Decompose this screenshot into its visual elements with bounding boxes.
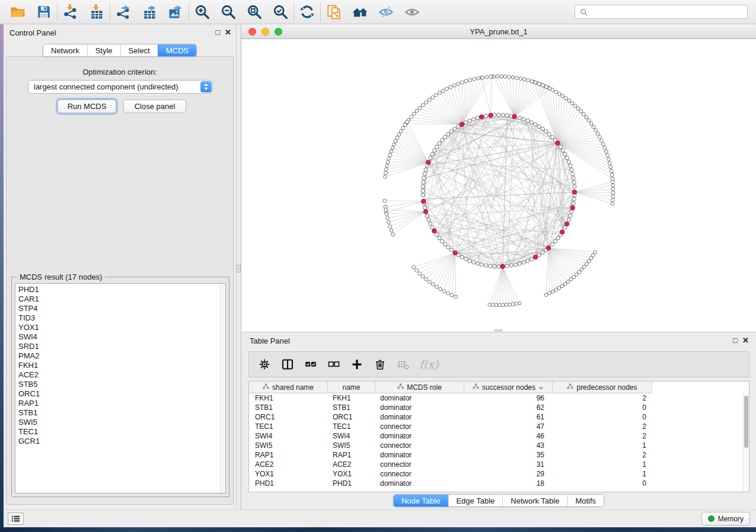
mcds-result-item[interactable]: FKH1 [18, 361, 218, 370]
import-network-icon[interactable] [62, 3, 79, 21]
mcds-result-item[interactable]: RAP1 [18, 399, 218, 408]
table-row[interactable]: SWI4SWI4dominator462 [249, 431, 749, 441]
list-icon [11, 514, 20, 523]
vertical-splitter-handle[interactable] [236, 265, 241, 273]
float-panel-icon[interactable]: □ [733, 336, 738, 345]
deselect-all-checks-icon[interactable] [327, 357, 341, 371]
column-header-successor-nodes[interactable]: successor nodes [464, 382, 553, 393]
table-scrollbar[interactable] [743, 393, 749, 492]
tab-style[interactable]: Style [87, 44, 120, 56]
zoom-fit-icon[interactable] [245, 3, 263, 21]
add-column-icon[interactable] [350, 357, 364, 371]
mcds-result-item[interactable]: ORC1 [18, 389, 218, 399]
show-all-icon[interactable] [403, 3, 421, 21]
column-header-shared-name[interactable]: shared name [249, 382, 328, 393]
mcds-result-item[interactable]: PMA2 [18, 351, 218, 361]
open-file-icon[interactable] [9, 3, 27, 21]
first-neighbors-icon[interactable] [351, 3, 369, 21]
search-input[interactable] [591, 6, 745, 18]
zoom-in-icon[interactable] [193, 3, 211, 21]
table-tab-node-table[interactable]: Node Table [394, 495, 448, 507]
memory-button[interactable]: Memory [701, 512, 750, 525]
table-row[interactable]: TEC1TEC1connector472 [249, 422, 749, 431]
optimization-criterion-select[interactable]: largest connected component (undirected) [28, 80, 213, 94]
tab-network[interactable]: Network [43, 44, 87, 56]
mcds-result-item[interactable]: GCR1 [18, 437, 218, 446]
table-row[interactable]: RAP1RAP1dominator352 [249, 450, 749, 460]
node-table: shared namenameMCDS rolesuccessor nodesp… [248, 381, 749, 492]
control-panel-header: Control Panel □ ✕ [4, 24, 236, 41]
function-builder-icon: f(x) [419, 358, 439, 371]
column-header-predecessor-nodes[interactable]: predecessor nodes [553, 382, 652, 393]
table-scrollbar-thumb[interactable] [744, 396, 748, 448]
table-panel-title: Table Panel [250, 336, 290, 345]
network-column-icon [263, 383, 269, 392]
mcds-result-item[interactable]: TID3 [18, 313, 218, 323]
mcds-list-scrollbar[interactable] [220, 284, 225, 493]
mcds-result-item[interactable]: SRD1 [18, 342, 218, 351]
close-panel-button[interactable]: Close panel [123, 100, 186, 113]
run-mcds-button[interactable]: Run MCDS [58, 100, 116, 113]
table-row[interactable]: STB1STB1dominator620 [249, 403, 749, 412]
application-window: Control Panel □ ✕ NetworkStyleSelectMCDS… [0, 0, 756, 532]
close-panel-icon[interactable]: ✕ [742, 336, 749, 345]
close-panel-icon[interactable]: ✕ [225, 28, 231, 37]
table-panel: Table Panel □ ✕ f(x) shared namenameMCDS… [241, 332, 756, 509]
node-table-body: FKH1FKH1dominator962STB1STB1dominator620… [249, 393, 749, 492]
mcds-result-item[interactable]: CAR1 [18, 294, 218, 304]
mcds-result-item[interactable]: YOX1 [18, 323, 218, 332]
tab-select[interactable]: Select [120, 44, 158, 56]
select-all-checks-icon[interactable] [304, 357, 318, 371]
table-row[interactable]: YOX1YOX1connector291 [249, 469, 749, 479]
mcds-result-item[interactable]: SWI4 [18, 332, 218, 342]
mcds-result-item[interactable]: ACE2 [18, 370, 218, 380]
mcds-result-item[interactable]: STP4 [18, 304, 218, 313]
network-graph [241, 39, 756, 332]
float-panel-icon[interactable]: □ [215, 28, 220, 37]
network-view-titlebar: YPA_prune.txt_1 [241, 24, 756, 39]
export-network-icon[interactable] [114, 3, 132, 21]
show-column-icon[interactable] [280, 357, 295, 371]
clone-network-icon[interactable] [325, 3, 343, 21]
column-header-MCDS-role[interactable]: MCDS role [375, 382, 464, 393]
hide-selected-icon[interactable] [377, 3, 395, 21]
main-toolbar [0, 0, 756, 24]
search-box [575, 5, 748, 19]
mcds-result-groupbox: MCDS result (17 nodes) PHD1CAR1STP4TID3Y… [11, 277, 229, 497]
table-tab-edge-table[interactable]: Edge Table [448, 495, 502, 507]
table-tab-network-table[interactable]: Network Table [502, 495, 567, 507]
table-row[interactable]: PHD1PHD1dominator180 [249, 479, 749, 488]
desktop-wallpaper-bottom [0, 527, 756, 532]
settings-gear-icon[interactable] [257, 357, 272, 371]
optimization-criterion-label: Optimization criterion: [7, 68, 233, 76]
task-history-button[interactable] [8, 512, 24, 525]
mcds-result-item[interactable]: SWI5 [18, 418, 218, 427]
table-row[interactable]: SWI5SWI5connector431 [249, 441, 749, 450]
control-panel-title: Control Panel [9, 28, 56, 37]
network-column-icon [473, 383, 479, 392]
export-image-icon[interactable] [167, 3, 184, 21]
memory-status-icon [708, 515, 714, 522]
mcds-result-list[interactable]: PHD1CAR1STP4TID3YOX1SWI4SRD1PMA2FKH1ACE2… [15, 283, 226, 493]
mcds-result-item[interactable]: STB5 [18, 380, 218, 389]
save-session-icon[interactable] [35, 3, 53, 21]
network-canvas[interactable] [241, 39, 756, 332]
tab-mcds[interactable]: MCDS [158, 44, 196, 56]
column-header-name[interactable]: name [328, 382, 375, 393]
refresh-icon[interactable] [298, 3, 316, 21]
zoom-selected-icon[interactable] [272, 3, 289, 21]
mcds-result-item[interactable]: TEC1 [18, 427, 218, 437]
import-table-icon[interactable] [88, 3, 106, 21]
mcds-result-item[interactable]: PHD1 [18, 285, 218, 294]
control-panel-tabs: NetworkStyleSelectMCDS [43, 44, 197, 57]
table-tab-motifs[interactable]: Motifs [567, 495, 604, 507]
delete-table-icon [396, 357, 410, 371]
table-row[interactable]: FKH1FKH1dominator962 [249, 393, 749, 403]
zoom-out-icon[interactable] [219, 3, 237, 21]
table-row[interactable]: ACE2ACE2connector311 [249, 460, 749, 469]
export-table-icon[interactable] [141, 3, 158, 21]
sort-desc-icon [538, 383, 544, 392]
delete-column-icon[interactable] [373, 357, 387, 371]
table-row[interactable]: ORC1ORC1dominator610 [249, 412, 749, 422]
mcds-result-item[interactable]: STB1 [18, 408, 218, 418]
